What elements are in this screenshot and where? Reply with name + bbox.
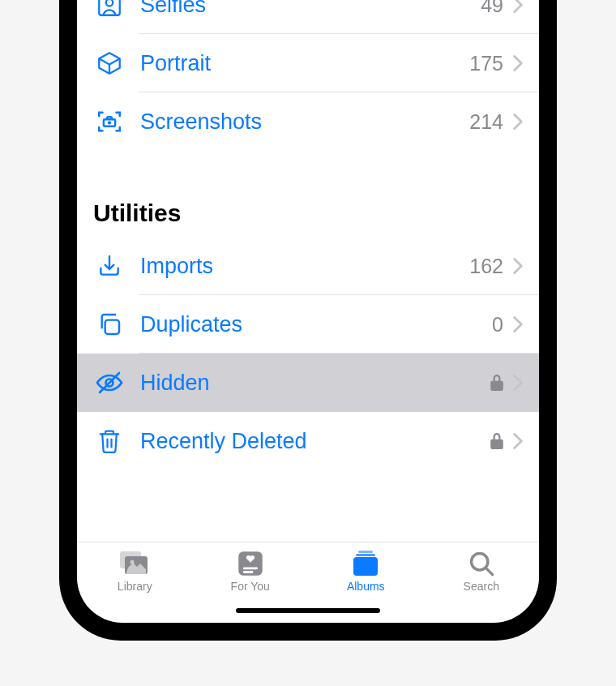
svg-rect-10 bbox=[243, 571, 253, 573]
list-item-count: 175 bbox=[469, 52, 503, 75]
list-item-label: Portrait bbox=[140, 51, 469, 76]
for-you-icon bbox=[237, 549, 264, 578]
list-item-selfies[interactable]: Selfies 49 bbox=[77, 0, 539, 34]
lock-icon bbox=[490, 433, 503, 449]
svg-rect-3 bbox=[105, 320, 119, 334]
search-icon bbox=[468, 549, 495, 578]
list-item-portrait[interactable]: Portrait 175 bbox=[77, 34, 539, 92]
tab-bar: Library For You Albums bbox=[77, 542, 539, 623]
svg-point-2 bbox=[108, 121, 111, 124]
list-item-label: Screenshots bbox=[140, 109, 469, 135]
section-header-utilities: Utilities bbox=[77, 175, 539, 237]
library-icon bbox=[118, 549, 151, 578]
svg-rect-0 bbox=[99, 0, 120, 15]
list-item-label: Duplicates bbox=[140, 312, 492, 337]
chevron-right-icon bbox=[513, 114, 523, 130]
lock-icon bbox=[490, 375, 503, 391]
svg-rect-11 bbox=[358, 551, 373, 553]
trash-icon bbox=[93, 425, 126, 457]
screen: Selfies 49 Portrait 175 bbox=[77, 0, 539, 623]
tab-library[interactable]: Library bbox=[94, 549, 175, 593]
home-indicator[interactable] bbox=[236, 608, 380, 613]
portrait-icon bbox=[93, 47, 126, 79]
device-frame: Selfies 49 Portrait 175 bbox=[59, 0, 557, 641]
chevron-right-icon bbox=[513, 375, 523, 391]
svg-rect-9 bbox=[243, 568, 258, 570]
imports-icon bbox=[93, 250, 126, 282]
list-item-count: 49 bbox=[481, 0, 503, 17]
list-item-label: Hidden bbox=[140, 371, 490, 396]
tab-label: Search bbox=[464, 580, 499, 593]
album-list: Selfies 49 Portrait 175 bbox=[77, 0, 539, 542]
list-item-count: 162 bbox=[469, 255, 503, 278]
duplicates-icon bbox=[93, 308, 126, 341]
screenshots-icon bbox=[93, 105, 126, 138]
tab-search[interactable]: Search bbox=[441, 549, 522, 593]
hidden-icon bbox=[93, 367, 126, 399]
chevron-right-icon bbox=[513, 55, 523, 71]
list-item-hidden[interactable]: Hidden bbox=[77, 354, 539, 412]
selfies-icon bbox=[93, 0, 126, 21]
svg-point-7 bbox=[130, 560, 135, 564]
list-item-imports[interactable]: Imports 162 bbox=[77, 237, 539, 295]
tab-label: Library bbox=[118, 580, 152, 593]
tab-label: For You bbox=[231, 580, 270, 593]
list-item-count: 214 bbox=[469, 110, 503, 134]
list-item-label: Imports bbox=[140, 254, 469, 279]
albums-icon bbox=[351, 549, 380, 578]
chevron-right-icon bbox=[513, 316, 523, 332]
chevron-right-icon bbox=[513, 258, 523, 274]
list-item-label: Selfies bbox=[140, 0, 481, 18]
device-frame-inner: Selfies 49 Portrait 175 bbox=[74, 0, 542, 626]
tab-label: Albums bbox=[347, 580, 385, 593]
chevron-right-icon bbox=[513, 433, 523, 449]
tab-albums[interactable]: Albums bbox=[325, 549, 406, 593]
list-item-label: Recently Deleted bbox=[140, 429, 490, 454]
svg-rect-13 bbox=[353, 557, 378, 576]
tab-for-you[interactable]: For You bbox=[210, 549, 291, 593]
list-item-recently-deleted[interactable]: Recently Deleted bbox=[77, 412, 539, 470]
list-item-duplicates[interactable]: Duplicates 0 bbox=[77, 295, 539, 354]
chevron-right-icon bbox=[513, 0, 523, 13]
svg-point-1 bbox=[106, 0, 113, 6]
list-item-count: 0 bbox=[492, 313, 503, 337]
list-item-screenshots[interactable]: Screenshots 214 bbox=[77, 92, 539, 151]
svg-rect-12 bbox=[356, 554, 375, 556]
